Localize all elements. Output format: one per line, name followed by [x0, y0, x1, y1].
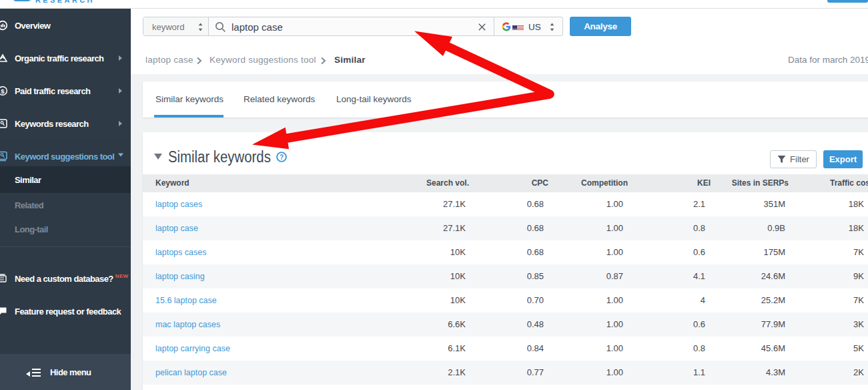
svg-text:$: $	[1, 87, 5, 94]
svg-text:?: ?	[280, 154, 284, 161]
